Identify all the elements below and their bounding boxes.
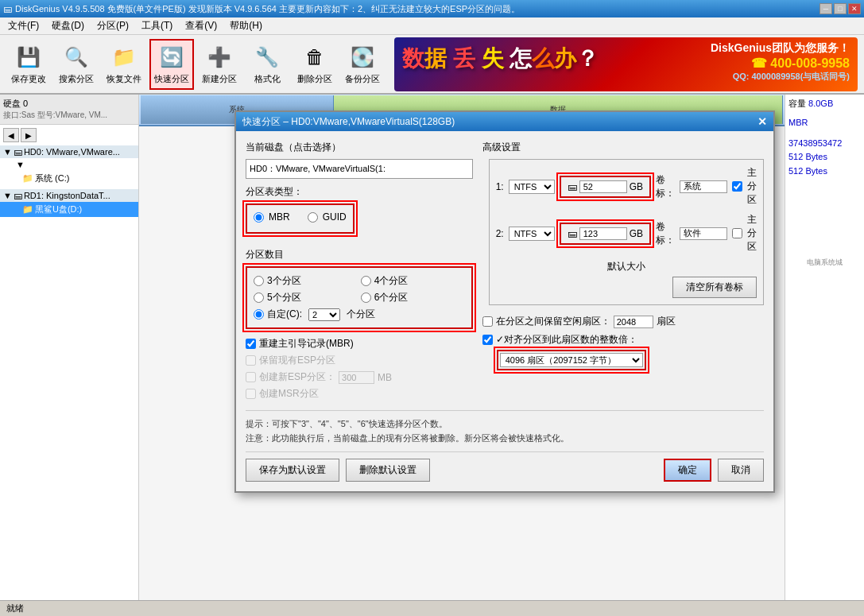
app-icon: 🖴: [3, 4, 12, 14]
dialog-two-col: 当前磁盘（点击选择） HD0：VMware, VMwareVirtualS(1:…: [246, 141, 764, 404]
sector-align-section: 在分区之间保留空闲扇区： 扇区 ✓对齐分区到此扇区数的整数倍：: [482, 315, 764, 370]
custom-unit: 个分区: [347, 308, 375, 321]
radio-guid[interactable]: [308, 212, 318, 223]
hint-section: 提示：可按下"3"、"4"、"5"、"6"快速选择分区个数。 注意：此功能执行后…: [246, 417, 764, 445]
sidebar-disk0[interactable]: ▼ 🖴 HD0: VMware,VMware...: [0, 145, 138, 158]
cancel-button[interactable]: 取消: [718, 459, 764, 482]
backup-icon: 💽: [348, 43, 377, 72]
systemc-label: 系统 (C:): [35, 172, 69, 184]
delete-label: 删除分区: [297, 73, 332, 85]
advanced-settings-label: 高级设置: [482, 141, 764, 154]
count-4: 4个分区: [361, 274, 465, 288]
radio-mbr[interactable]: [254, 212, 264, 223]
menu-help[interactable]: 帮助(H): [223, 17, 269, 34]
default-size-label: 默认大小: [607, 261, 645, 272]
radio-3-partitions[interactable]: [254, 276, 264, 286]
menu-view[interactable]: 查看(V): [179, 17, 223, 34]
create-msr-checkbox[interactable]: [246, 389, 256, 399]
part2-primary-checkbox[interactable]: [732, 228, 742, 238]
part2-primary-label: 主分区: [747, 213, 757, 254]
search-icon: 🔍: [62, 43, 91, 72]
reserve-sector-row: 在分区之间保留空闲扇区： 扇区: [482, 315, 764, 328]
main-area: 硬盘 0 接口:Sas 型号:VMware, VM... ◀ ▶ ▼ 🖴 HD0…: [0, 95, 864, 600]
keep-esp-label: 保留现有ESP分区: [259, 354, 335, 367]
part2-fs-select[interactable]: NTFSFAT32exFAT: [509, 227, 555, 241]
restore-file-button[interactable]: 📁 恢复文件: [102, 39, 146, 90]
sidebar-system-c[interactable]: 📁 系统 (C:): [0, 171, 138, 186]
rebuild-mbr-checkbox[interactable]: [246, 339, 256, 349]
part2-unit: GB: [630, 228, 643, 239]
sidebar-expand: ▼: [0, 158, 138, 171]
delete-default-button[interactable]: 删除默认设置: [346, 459, 430, 482]
blackshark-icon: 📁: [22, 204, 33, 215]
confirm-button[interactable]: 确定: [664, 459, 711, 482]
menu-disk[interactable]: 硬盘(D): [45, 17, 91, 34]
part1-size-input[interactable]: [579, 180, 627, 193]
part1-primary-checkbox[interactable]: [732, 181, 742, 192]
hint-line1: 提示：可按下"3"、"4"、"5"、"6"快速选择分区个数。: [246, 417, 764, 432]
count-3: 3个分区: [254, 274, 358, 288]
sidebar-black-shark[interactable]: 📁 黑鲨U盘(D:): [0, 202, 138, 217]
reserve-sector-checkbox[interactable]: [482, 316, 493, 327]
new-esp-label: 创建新ESP分区：: [259, 370, 335, 384]
save-label: 保存更改: [11, 73, 46, 85]
label-3-partitions: 3个分区: [267, 274, 301, 288]
close-button[interactable]: ✕: [848, 3, 861, 14]
align-sector-checkbox[interactable]: [482, 335, 493, 345]
dialog-title-bar: 快速分区 – HD0:VMware,VMwareVirtualS(128GB) …: [236, 112, 773, 131]
menu-tools[interactable]: 工具(T): [135, 17, 179, 34]
disk-selector[interactable]: HD0：VMware, VMwareVirtualS(1:: [246, 159, 473, 179]
menu-file[interactable]: 文件(F): [2, 17, 45, 34]
new-partition-button[interactable]: ➕ 新建分区: [197, 39, 242, 90]
radio-4-partitions[interactable]: [361, 276, 371, 286]
align-sector-select[interactable]: 4096 扇区（2097152 字节） 2048 扇区（1048576 字节） …: [500, 353, 643, 367]
back-button[interactable]: ◀: [3, 128, 19, 142]
dialog-body: 当前磁盘（点击选择） HD0：VMware, VMwareVirtualS(1:…: [236, 131, 773, 491]
part1-label-input[interactable]: [680, 180, 727, 193]
delete-partition-button[interactable]: 🗑 删除分区: [293, 39, 337, 90]
partition-count-section: 分区数目 3个分区 4: [246, 248, 473, 329]
rebuild-mbr-row: 重建主引导记录(MBR): [246, 337, 473, 351]
part2-label-input[interactable]: [680, 227, 727, 240]
part1-fs-select[interactable]: NTFSFAT32exFAT: [509, 180, 555, 194]
ad-banner: 数据 丢 失 怎么办？ DiskGenius团队为您服务！ ☎ 400-008-…: [394, 37, 858, 91]
count-5: 5个分区: [254, 291, 358, 304]
disk-icon1: 🖴: [568, 181, 577, 192]
default-size-row: 默认大小: [496, 260, 757, 273]
reserve-sector-input[interactable]: [614, 316, 653, 328]
esp-size-input[interactable]: [339, 371, 374, 384]
radio-6-partitions[interactable]: [361, 293, 371, 303]
minimize-button[interactable]: ─: [819, 3, 832, 14]
align-select-box: 4096 扇区（2097152 字节） 2048 扇区（1048576 字节） …: [497, 350, 646, 370]
restore-button[interactable]: □: [834, 3, 847, 14]
keep-esp-checkbox[interactable]: [246, 355, 256, 366]
clear-vol-button[interactable]: 清空所有卷标: [672, 277, 757, 298]
dialog-close-button[interactable]: ✕: [757, 115, 767, 128]
radio-5-partitions[interactable]: [254, 293, 264, 303]
label-guid: GUID: [323, 211, 347, 223]
backup-partition-button[interactable]: 💽 备份分区: [340, 39, 385, 90]
disk0-label: HD0: VMware,VMware...: [24, 147, 120, 157]
format-button[interactable]: 🔧 格式化: [245, 39, 289, 90]
reserve-unit: 扇区: [657, 315, 676, 328]
capacity-label: 容量: [788, 99, 806, 108]
right-value-1: 37438953472: [788, 137, 861, 151]
dialog-button-row: 保存为默认设置 删除默认设置 确定 取消: [246, 451, 764, 482]
new-esp-checkbox[interactable]: [246, 372, 256, 382]
sidebar-disk1[interactable]: ▼ 🖴 RD1: KingstonDataT...: [0, 189, 138, 202]
center-content: 系统 数据 快速分区 – HD0:VMware,VMwareVirtualS(1…: [139, 95, 785, 600]
systemc-icon: 📁: [22, 173, 33, 184]
menu-partition[interactable]: 分区(P): [91, 17, 135, 34]
quick-partition-button[interactable]: 🔄 快速分区: [149, 39, 194, 90]
save-default-button[interactable]: 保存为默认设置: [246, 459, 339, 482]
save-changes-button[interactable]: 💾 保存更改: [6, 39, 51, 90]
forward-button[interactable]: ▶: [21, 128, 37, 142]
search-partition-button[interactable]: 🔍 搜索分区: [54, 39, 99, 90]
custom-count-select[interactable]: 23456: [308, 308, 340, 321]
label-5-partitions: 5个分区: [267, 291, 301, 304]
rebuild-mbr-label: 重建主引导记录(MBR): [259, 337, 354, 351]
sidebar: 硬盘 0 接口:Sas 型号:VMware, VM... ◀ ▶ ▼ 🖴 HD0…: [0, 95, 139, 600]
part2-size-input[interactable]: [579, 227, 627, 240]
count-grid: 3个分区 4个分区 5个分区: [254, 274, 465, 321]
radio-custom-partitions[interactable]: [254, 309, 264, 320]
